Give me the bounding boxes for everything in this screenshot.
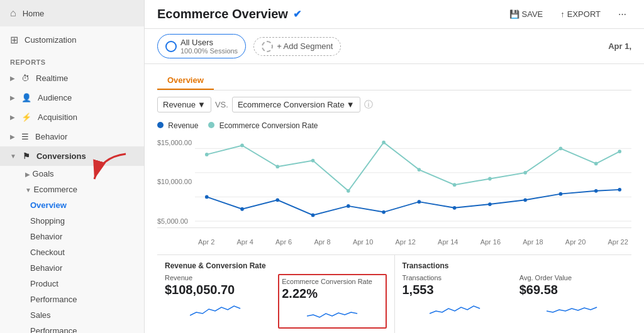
svg-point-10 bbox=[418, 168, 421, 172]
svg-point-22 bbox=[382, 210, 386, 214]
mini-chart-avg-order bbox=[519, 300, 624, 319]
svg-point-19 bbox=[275, 198, 279, 202]
chevron-icon: ▶ bbox=[10, 114, 15, 121]
svg-point-17 bbox=[205, 195, 209, 199]
sidebar-item-label: Acquisition bbox=[38, 112, 77, 122]
sidebar-item-acquisition[interactable]: ▶ ⚡ Acquisition bbox=[0, 107, 144, 127]
x-label: Apr 18 bbox=[523, 238, 543, 246]
svg-point-13 bbox=[523, 171, 527, 175]
svg-point-11 bbox=[453, 183, 457, 187]
stats-group-revenue: Revenue & Conversion Rate Revenue $108,0… bbox=[157, 255, 395, 333]
chart-svg bbox=[157, 136, 631, 227]
svg-point-25 bbox=[488, 202, 492, 206]
export-icon: ↑ bbox=[560, 9, 565, 19]
svg-point-27 bbox=[559, 192, 563, 196]
behavior-icon: ☰ bbox=[21, 132, 29, 141]
sidebar-item-home[interactable]: ⌂ Home bbox=[0, 0, 144, 26]
page-title: Ecommerce Overview ✔ bbox=[157, 7, 301, 21]
save-label: SAVE bbox=[522, 9, 543, 19]
sidebar-behavior2[interactable]: Behavior bbox=[30, 229, 144, 244]
sidebar-sales[interactable]: Sales bbox=[30, 307, 144, 323]
svg-point-26 bbox=[523, 198, 527, 202]
svg-point-9 bbox=[382, 141, 386, 145]
metric-label: Revenue bbox=[165, 274, 265, 281]
stats-section: Revenue & Conversion Rate Revenue $108,0… bbox=[157, 254, 631, 333]
svg-point-7 bbox=[311, 159, 315, 163]
x-label: Apr 22 bbox=[608, 238, 628, 246]
more-button[interactable]: ⋯ bbox=[613, 6, 631, 22]
sidebar-item-realtime[interactable]: ▶ ⏱ Realtime bbox=[0, 68, 144, 88]
sidebar-performance2[interactable]: Performance bbox=[30, 323, 144, 333]
chevron-down-icon: ▼ bbox=[25, 187, 31, 194]
sidebar-performance1[interactable]: Performance bbox=[30, 292, 144, 307]
chevron-icon: ▶ bbox=[10, 75, 15, 82]
x-label: Apr 10 bbox=[353, 238, 373, 246]
sidebar-behavior3[interactable]: Behavior bbox=[30, 260, 144, 276]
segments-bar: All Users 100.00% Sessions + Add Segment… bbox=[145, 29, 644, 64]
metric1-dropdown[interactable]: Revenue ▼ bbox=[157, 97, 211, 112]
svg-point-18 bbox=[240, 207, 244, 211]
info-icon: ⓘ bbox=[364, 99, 373, 111]
sidebar-item-customization[interactable]: ⊞ Customization bbox=[0, 26, 144, 53]
segment-sub: 100.00% Sessions bbox=[180, 47, 238, 55]
customization-icon: ⊞ bbox=[10, 34, 18, 46]
main-content: Ecommerce Overview ✔ 💾 SAVE ↑ EXPORT ⋯ A… bbox=[145, 0, 644, 333]
stats-metrics: Transactions 1,553 Avg. Order Value $69.… bbox=[402, 274, 625, 321]
stats-metrics: Revenue $108,050.70 Ecommerce Conversion… bbox=[165, 274, 387, 329]
add-segment-button[interactable]: + Add Segment bbox=[253, 37, 341, 56]
metric-label: Avg. Order Value bbox=[519, 274, 624, 281]
segment-name: All Users bbox=[180, 38, 238, 47]
chevron-down-icon: ▼ bbox=[10, 153, 16, 160]
svg-point-6 bbox=[275, 165, 279, 168]
svg-point-15 bbox=[594, 162, 598, 166]
legend-item-conversion: Ecommerce Conversion Rate bbox=[208, 121, 318, 130]
stats-group-title: Transactions bbox=[402, 261, 625, 270]
stats-group-transactions: Transactions Transactions 1,553 Avg. Ord… bbox=[395, 255, 632, 333]
revenue-dot bbox=[157, 122, 164, 128]
svg-point-23 bbox=[418, 200, 421, 204]
x-label: Apr 8 bbox=[314, 238, 330, 246]
sidebar-item-behavior[interactable]: ▶ ☰ Behavior bbox=[0, 127, 144, 146]
add-segment-label: + Add Segment bbox=[277, 41, 333, 51]
vs-label: VS. bbox=[215, 100, 228, 109]
x-label: Apr 20 bbox=[565, 238, 586, 246]
metric1-label: Revenue bbox=[163, 100, 196, 109]
svg-point-20 bbox=[311, 213, 315, 217]
svg-point-16 bbox=[618, 150, 621, 153]
chevron-icon: ▶ bbox=[10, 94, 15, 101]
save-button[interactable]: 💾 SAVE bbox=[504, 6, 548, 22]
sidebar-product[interactable]: Product bbox=[30, 276, 144, 292]
x-label: Apr 14 bbox=[438, 238, 458, 246]
metric-value: $108,050.70 bbox=[165, 283, 265, 297]
x-label: Apr 16 bbox=[480, 238, 501, 246]
all-users-segment[interactable]: All Users 100.00% Sessions bbox=[157, 34, 246, 58]
legend-revenue-label: Revenue bbox=[168, 121, 198, 130]
sidebar-ecommerce[interactable]: ▼ Ecommerce bbox=[25, 182, 144, 197]
sidebar-overview[interactable]: Overview bbox=[30, 197, 144, 213]
metric2-dropdown[interactable]: Ecommerce Conversion Rate ▼ bbox=[232, 97, 360, 112]
sidebar-shopping[interactable]: Shopping bbox=[30, 213, 144, 229]
svg-point-12 bbox=[488, 177, 492, 181]
tab-overview[interactable]: Overview bbox=[157, 72, 214, 90]
content-area: Overview Revenue ▼ VS. Ecommerce Convers… bbox=[145, 64, 644, 333]
export-button[interactable]: ↑ EXPORT bbox=[555, 6, 606, 22]
dropdown-arrow: ▼ bbox=[347, 100, 355, 109]
export-label: EXPORT bbox=[567, 9, 601, 19]
sidebar-item-label: Behavior bbox=[35, 132, 67, 141]
sidebar-item-audience[interactable]: ▶ 👤 Audience bbox=[0, 88, 144, 107]
header: Ecommerce Overview ✔ 💾 SAVE ↑ EXPORT ⋯ bbox=[145, 0, 644, 29]
more-icon: ⋯ bbox=[618, 9, 626, 19]
sidebar-customization-label: Customization bbox=[25, 35, 76, 45]
sidebar-item-label: Realtime bbox=[36, 74, 68, 83]
sidebar-item-label: Conversions bbox=[36, 151, 86, 161]
header-actions: 💾 SAVE ↑ EXPORT ⋯ bbox=[504, 6, 631, 22]
sidebar: ⌂ Home ⊞ Customization REPORTS ▶ ⏱ Realt… bbox=[0, 0, 145, 333]
conversions-icon: ⚑ bbox=[23, 151, 30, 161]
sidebar-goals[interactable]: ▶ Goals bbox=[25, 166, 144, 182]
home-icon: ⌂ bbox=[10, 8, 16, 19]
sidebar-item-conversions[interactable]: ▼ ⚑ Conversions bbox=[0, 146, 144, 166]
sidebar-checkout[interactable]: Checkout bbox=[30, 244, 144, 260]
x-label: Apr 2 bbox=[198, 238, 214, 246]
metric-value: 1,553 bbox=[402, 283, 507, 297]
mini-chart-transactions bbox=[402, 300, 507, 319]
